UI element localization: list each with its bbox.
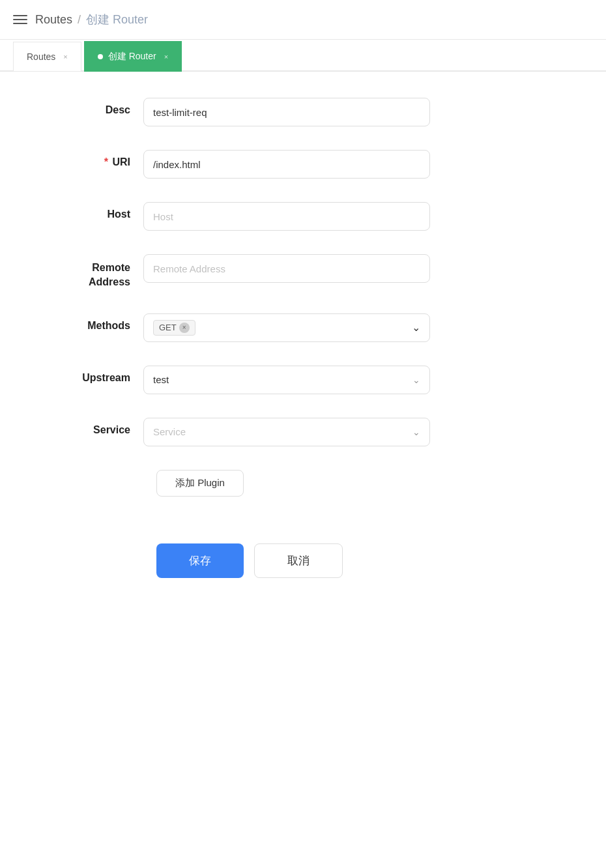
methods-tags: GET × <box>153 320 195 336</box>
tab-create-router-close[interactable]: × <box>164 53 168 61</box>
breadcrumb-current: 创建 Router <box>86 12 148 27</box>
tab-active-dot <box>98 54 103 59</box>
upstream-select[interactable]: test ⌄ <box>143 366 430 394</box>
tab-routes-label: Routes <box>27 51 55 62</box>
form-row-methods: Methods GET × ⌄ <box>39 313 567 342</box>
label-upstream: Upstream <box>39 366 143 384</box>
uri-input[interactable] <box>143 150 430 179</box>
label-host: Host <box>39 202 143 220</box>
breadcrumb-routes[interactable]: Routes <box>35 13 72 27</box>
field-desc <box>143 98 430 126</box>
required-star-uri: * <box>104 156 108 167</box>
add-plugin-button[interactable]: 添加 Plugin <box>156 470 244 497</box>
form-row-service: Service Service ⌄ <box>39 418 567 446</box>
label-methods: Methods <box>39 313 143 332</box>
method-tag-get: GET × <box>153 320 195 336</box>
field-host <box>143 202 430 231</box>
upstream-chevron: ⌄ <box>412 375 420 385</box>
service-select[interactable]: Service ⌄ <box>143 418 430 446</box>
tab-create-router-label: 创建 Router <box>108 51 156 63</box>
methods-chevron: ⌄ <box>412 321 420 334</box>
tab-create-router[interactable]: 创建 Router × <box>84 41 182 72</box>
action-buttons: 保存 取消 <box>156 543 567 578</box>
field-remote-address <box>143 254 430 283</box>
label-desc: Desc <box>39 98 143 116</box>
host-input[interactable] <box>143 202 430 231</box>
label-uri: * URI <box>39 150 143 168</box>
tab-routes[interactable]: Routes × <box>13 42 81 71</box>
method-tag-get-remove[interactable]: × <box>179 323 190 333</box>
breadcrumb-separator: / <box>78 13 81 27</box>
field-uri <box>143 150 430 179</box>
menu-icon[interactable] <box>13 15 27 24</box>
form-row-uri: * URI <box>39 150 567 179</box>
form-container: Desc * URI Host Remote Address <box>0 72 606 630</box>
service-chevron: ⌄ <box>412 427 420 437</box>
cancel-button[interactable]: 取消 <box>254 543 343 578</box>
form-row-remote-address: Remote Address <box>39 254 567 290</box>
header: Routes / 创建 Router <box>0 0 606 40</box>
header-title: Routes / 创建 Router <box>35 12 148 27</box>
form-row-host: Host <box>39 202 567 231</box>
methods-select[interactable]: GET × ⌄ <box>143 313 430 342</box>
label-service: Service <box>39 418 143 436</box>
label-remote-address: Remote Address <box>39 254 143 290</box>
form-row-upstream: Upstream test ⌄ <box>39 366 567 394</box>
save-button[interactable]: 保存 <box>156 543 244 578</box>
method-tag-get-label: GET <box>159 323 177 332</box>
service-placeholder: Service <box>153 426 186 437</box>
remote-address-input[interactable] <box>143 254 430 283</box>
tab-routes-close[interactable]: × <box>63 53 67 61</box>
tabs-bar: Routes × 创建 Router × <box>0 40 606 72</box>
upstream-value: test <box>153 374 169 385</box>
field-service: Service ⌄ <box>143 418 430 446</box>
field-methods: GET × ⌄ <box>143 313 430 342</box>
form-row-desc: Desc <box>39 98 567 126</box>
field-upstream: test ⌄ <box>143 366 430 394</box>
desc-input[interactable] <box>143 98 430 126</box>
